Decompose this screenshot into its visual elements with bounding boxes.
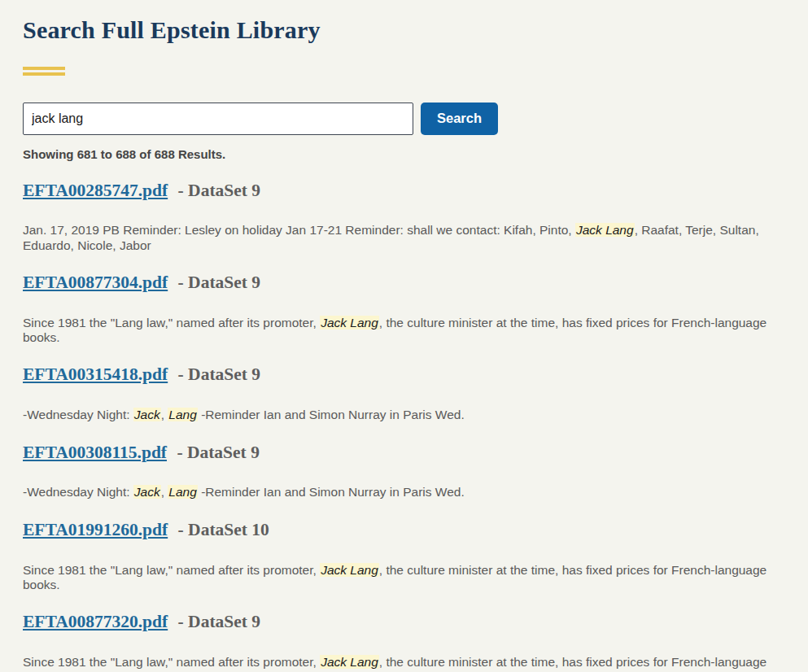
page-title: Search Full Epstein Library <box>23 16 784 45</box>
result-pdf-link[interactable]: EFTA00877304.pdf <box>23 273 168 292</box>
results-list: EFTA00285747.pdf - DataSet 9 Jan. 17, 20… <box>23 180 784 672</box>
snippet-text: Since 1981 the "Lang law," named after i… <box>23 563 320 577</box>
snippet-text: -Wednesday Night: <box>23 485 133 499</box>
search-term-highlight: Jack <box>133 485 161 499</box>
result-snippet: Since 1981 the "Lang law," named after i… <box>23 563 784 593</box>
search-result: EFTA00877320.pdf - DataSet 9 Since 1981 … <box>23 611 784 672</box>
result-heading: EFTA00877304.pdf - DataSet 9 <box>23 272 784 294</box>
results-summary: Showing 681 to 688 of 688 Results. <box>23 147 784 161</box>
search-input[interactable] <box>23 103 413 135</box>
search-form: Search <box>23 103 784 135</box>
result-heading: EFTA00315418.pdf - DataSet 9 <box>23 364 784 386</box>
gold-divider <box>23 67 65 76</box>
result-heading: EFTA00308115.pdf - DataSet 9 <box>23 442 784 464</box>
snippet-text: -Reminder Ian and Simon Nurray in Paris … <box>198 408 465 421</box>
snippet-text: -Reminder Ian and Simon Nurray in Paris … <box>198 485 465 499</box>
result-snippet: Since 1981 the "Lang law," named after i… <box>23 655 784 672</box>
result-pdf-link[interactable]: EFTA00877320.pdf <box>23 612 168 631</box>
search-result: EFTA00308115.pdf - DataSet 9 -Wednesday … <box>23 442 784 500</box>
search-term-highlight: Jack Lang <box>320 316 379 329</box>
search-page: Search Full Epstein Library Search Showi… <box>0 0 808 672</box>
search-button[interactable]: Search <box>421 103 498 135</box>
search-result: EFTA00285747.pdf - DataSet 9 Jan. 17, 20… <box>23 180 784 253</box>
result-pdf-link[interactable]: EFTA00315418.pdf <box>23 364 168 384</box>
snippet-text: Since 1981 the "Lang law," named after i… <box>23 655 320 669</box>
result-snippet: -Wednesday Night: Jack, Lang -Reminder I… <box>23 408 784 422</box>
search-term-highlight: Jack Lang <box>320 655 379 669</box>
result-snippet: Jan. 17, 2019 PB Reminder: Lesley on hol… <box>23 223 784 253</box>
result-dataset-label: - DataSet 9 <box>177 443 260 462</box>
result-dataset-label: - DataSet 9 <box>178 181 261 200</box>
search-term-highlight: Jack Lang <box>575 223 635 237</box>
snippet-text: Jan. 17, 2019 PB Reminder: Lesley on hol… <box>23 223 575 237</box>
result-snippet: Since 1981 the "Lang law," named after i… <box>23 316 784 346</box>
result-dataset-label: - DataSet 9 <box>178 273 261 292</box>
result-heading: EFTA00877320.pdf - DataSet 9 <box>23 611 784 633</box>
result-pdf-link[interactable]: EFTA00285747.pdf <box>23 181 168 200</box>
search-result: EFTA01991260.pdf - DataSet 10 Since 1981… <box>23 519 784 592</box>
search-result: EFTA00877304.pdf - DataSet 9 Since 1981 … <box>23 272 784 345</box>
result-dataset-label: - DataSet 10 <box>178 520 269 539</box>
result-heading: EFTA00285747.pdf - DataSet 9 <box>23 180 784 202</box>
search-term-highlight: Lang <box>168 485 197 499</box>
result-heading: EFTA01991260.pdf - DataSet 10 <box>23 519 784 541</box>
search-term-highlight: Lang <box>168 408 197 421</box>
result-dataset-label: - DataSet 9 <box>178 612 261 631</box>
result-pdf-link[interactable]: EFTA01991260.pdf <box>23 520 168 539</box>
result-snippet: -Wednesday Night: Jack, Lang -Reminder I… <box>23 485 784 500</box>
search-term-highlight: Jack <box>133 408 161 421</box>
search-result: EFTA00315418.pdf - DataSet 9 -Wednesday … <box>23 364 784 422</box>
snippet-text: -Wednesday Night: <box>23 408 133 421</box>
snippet-text: Since 1981 the "Lang law," named after i… <box>23 316 320 329</box>
result-pdf-link[interactable]: EFTA00308115.pdf <box>23 443 167 462</box>
result-dataset-label: - DataSet 9 <box>178 364 261 384</box>
search-term-highlight: Jack Lang <box>320 563 379 577</box>
